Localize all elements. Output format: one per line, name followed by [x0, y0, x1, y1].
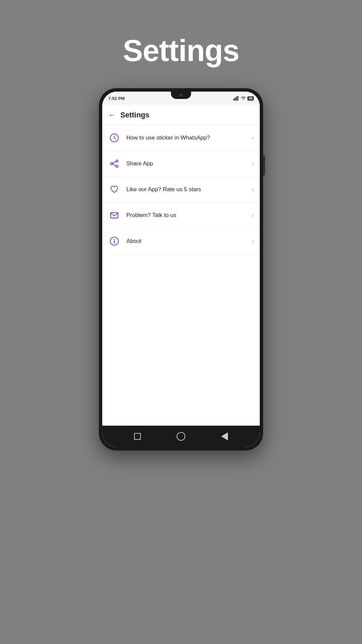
- settings-item-about[interactable]: About ›: [102, 228, 260, 254]
- envelope-icon: [108, 209, 120, 221]
- info-icon: [108, 235, 120, 247]
- phone-screen: 7:52 PM 58 ← Settings: [102, 92, 260, 447]
- settings-list: How to use sticker in WhatsApp? › Share …: [102, 125, 260, 426]
- svg-line-8: [113, 162, 116, 163]
- recent-icon: [134, 433, 141, 440]
- chevron-icon: ›: [252, 212, 254, 219]
- settings-item-how-to-use[interactable]: How to use sticker in WhatsApp? ›: [102, 125, 260, 151]
- clock-icon: [108, 132, 120, 144]
- nav-back-button[interactable]: [219, 431, 230, 442]
- talk-to-us-label: Problem? Talk to us: [126, 211, 246, 219]
- status-time: 7:52 PM: [108, 96, 125, 101]
- notch: [171, 92, 191, 99]
- heart-icon: [108, 183, 120, 196]
- svg-rect-2: [236, 97, 237, 101]
- svg-rect-10: [111, 213, 118, 218]
- settings-item-share-app[interactable]: Share App ›: [102, 151, 260, 177]
- back-button[interactable]: ←: [108, 111, 116, 119]
- camera-dot: [179, 94, 183, 97]
- svg-point-13: [114, 239, 115, 240]
- wifi-icon: [241, 96, 246, 101]
- phone-shell: 7:52 PM 58 ← Settings: [99, 88, 263, 450]
- app-bar: ← Settings: [102, 105, 260, 125]
- how-to-use-label: How to use sticker in WhatsApp?: [126, 134, 246, 142]
- settings-item-rate-us[interactable]: Like our App? Rate us 5 stars ›: [102, 177, 260, 203]
- svg-rect-3: [237, 96, 238, 101]
- share-icon: [108, 158, 120, 170]
- svg-rect-1: [235, 98, 236, 101]
- status-bar: 7:52 PM 58: [102, 92, 260, 105]
- chevron-icon: ›: [252, 135, 254, 142]
- battery-indicator: 58: [247, 96, 254, 101]
- status-icons: 58: [233, 96, 254, 101]
- side-button: [263, 155, 265, 175]
- chevron-icon: ›: [252, 238, 254, 245]
- nav-recent-button[interactable]: [132, 431, 143, 442]
- chevron-icon: ›: [252, 186, 254, 193]
- rate-us-label: Like our App? Rate us 5 stars: [126, 185, 246, 194]
- chevron-icon: ›: [252, 160, 254, 167]
- svg-point-5: [116, 160, 118, 162]
- settings-item-talk-to-us[interactable]: Problem? Talk to us ›: [102, 203, 260, 228]
- bottom-nav: [102, 426, 260, 447]
- back-icon: [221, 432, 228, 440]
- svg-rect-0: [233, 99, 234, 101]
- share-app-label: Share App: [126, 160, 246, 168]
- svg-point-6: [111, 163, 113, 165]
- about-label: About: [126, 237, 246, 245]
- signal-icon: [233, 96, 239, 101]
- svg-line-9: [113, 164, 116, 166]
- page-background-title: Settings: [123, 34, 239, 68]
- home-icon: [177, 432, 185, 441]
- svg-point-7: [116, 165, 118, 167]
- nav-home-button[interactable]: [175, 431, 187, 442]
- app-bar-title: Settings: [120, 111, 149, 119]
